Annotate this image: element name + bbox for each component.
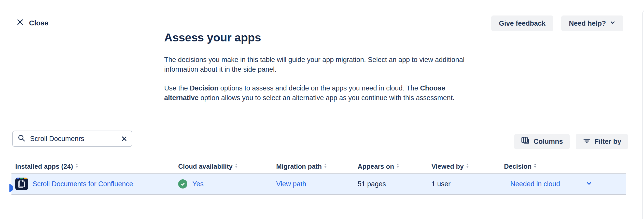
column-header-installed-apps[interactable]: Installed apps (24) <box>11 163 174 170</box>
give-feedback-label: Give feedback <box>499 20 545 27</box>
need-help-button[interactable]: Need help? <box>561 15 623 31</box>
intro-paragraph-1: The decisions you make in this table wil… <box>164 55 468 74</box>
chevron-down-icon[interactable] <box>585 180 593 189</box>
filter-by-label: Filter by <box>595 138 621 146</box>
table-header-row: Installed apps (24) Cloud availability M… <box>11 160 626 174</box>
column-header-migration-path[interactable]: Migration path <box>272 163 354 170</box>
sort-icon[interactable] <box>75 163 78 170</box>
table-actions: Columns Filter by <box>514 134 628 149</box>
page-title: Assess your apps <box>164 31 468 44</box>
give-feedback-button[interactable]: Give feedback <box>491 15 553 31</box>
columns-label: Columns <box>534 138 563 146</box>
cloud-availability-link[interactable]: Yes <box>192 180 204 188</box>
need-help-label: Need help? <box>569 20 606 27</box>
filter-by-button[interactable]: Filter by <box>576 134 628 149</box>
viewed-by-value: 1 user <box>431 180 451 188</box>
sort-icon[interactable] <box>466 163 469 170</box>
migration-path-cell: View path <box>272 180 354 188</box>
decision-dropdown[interactable]: Needed in cloud <box>510 180 593 189</box>
sort-icon[interactable] <box>534 163 537 170</box>
column-header-decision[interactable]: Decision <box>500 163 626 170</box>
close-icon <box>16 18 24 28</box>
intro-paragraph-2: Use the Decision options to assess and d… <box>164 83 468 103</box>
column-header-appears-on[interactable]: Appears on <box>354 163 428 170</box>
close-label: Close <box>29 19 48 27</box>
appears-on-value: 51 pages <box>358 180 386 188</box>
search-input[interactable] <box>30 135 117 143</box>
decision-emphasis: Decision <box>190 84 219 92</box>
search-field <box>12 131 132 147</box>
intro-section: Assess your apps The decisions you make … <box>164 31 468 103</box>
decision-cell: Needed in cloud <box>500 180 626 189</box>
sort-icon[interactable] <box>396 163 399 170</box>
appears-on-cell: 51 pages <box>354 180 428 188</box>
assess-your-apps-page: Close Give feedback Need help? Assess yo… <box>0 0 644 219</box>
side-panel-edge <box>642 10 644 219</box>
view-path-link[interactable]: View path <box>276 180 306 188</box>
clear-search-button[interactable] <box>121 136 127 142</box>
table-row[interactable]: Scroll Documents for Confluence Yes View… <box>11 174 626 195</box>
columns-button[interactable]: Columns <box>514 134 570 149</box>
cloud-availability-cell: Yes <box>174 179 272 189</box>
app-cell: Scroll Documents for Confluence <box>11 178 174 190</box>
viewed-by-cell: 1 user <box>428 180 500 188</box>
sort-icon[interactable] <box>235 163 238 170</box>
row-checkbox[interactable] <box>9 184 13 192</box>
sort-icon[interactable] <box>324 163 327 170</box>
column-header-viewed-by[interactable]: Viewed by <box>428 163 500 170</box>
installed-apps-table: Installed apps (24) Cloud availability M… <box>11 160 626 195</box>
check-circle-icon <box>178 179 187 189</box>
column-header-cloud-availability[interactable]: Cloud availability <box>174 163 272 170</box>
columns-icon <box>521 136 530 147</box>
scroll-documents-app-icon <box>15 178 28 190</box>
app-name-link[interactable]: Scroll Documents for Confluence <box>33 180 133 188</box>
document-pages-icon <box>17 179 26 189</box>
chevron-down-icon <box>610 20 616 27</box>
top-actions: Give feedback Need help? <box>491 15 623 31</box>
decision-value: Needed in cloud <box>510 180 560 188</box>
search-icon <box>17 134 26 144</box>
filter-icon <box>582 136 591 147</box>
close-button[interactable]: Close <box>16 18 48 28</box>
